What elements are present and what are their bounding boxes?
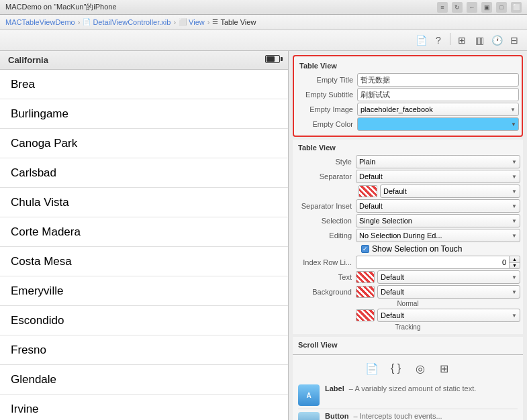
text-row: Text Default ▼ xyxy=(293,270,523,284)
list-item[interactable]: Glendale xyxy=(0,365,288,395)
text-select[interactable]: Default ▼ xyxy=(377,270,520,284)
show-selection-checkbox[interactable]: ✓ xyxy=(361,245,369,253)
index-row-limit-input-wrap: ▲ ▼ xyxy=(356,256,520,269)
list-items: Brea Burlingame Canoga Park Carlsbad Chu… xyxy=(0,70,288,420)
layout3-icon[interactable]: ⬜ xyxy=(511,2,522,13)
stepper-up-button[interactable]: ▲ xyxy=(510,256,520,263)
text-stripe-icon xyxy=(356,271,375,283)
palette-braces-icon[interactable]: { } xyxy=(387,359,405,378)
label-name-text: Label xyxy=(325,384,344,392)
normal-select-arrow: ▼ xyxy=(512,313,517,319)
separator-inset-arrow: ▼ xyxy=(512,203,517,209)
list-item[interactable]: Brea xyxy=(0,70,288,99)
background-select[interactable]: Default ▼ xyxy=(377,285,520,299)
empty-image-select[interactable]: placeholder_facebook ▼ xyxy=(357,103,519,116)
label-object-text: Label – A variably sized amount of stati… xyxy=(325,384,476,392)
list-item[interactable]: Corte Madera xyxy=(0,217,288,247)
toolbar-help-icon[interactable]: ? xyxy=(431,33,446,48)
style-row: Style Plain ▼ xyxy=(293,154,523,169)
battery-indicator xyxy=(265,55,280,65)
editing-row: Editing No Selection During Ed... ▼ xyxy=(293,228,523,243)
back-icon[interactable]: ← xyxy=(467,2,477,13)
inspector: Table View Empty Title Empty Subtitle Em… xyxy=(289,51,527,420)
separator-dropdown: Default ▼ xyxy=(356,170,520,183)
color-swatch-arrow-icon: ▼ xyxy=(511,121,516,127)
list-item[interactable]: Irvine xyxy=(0,395,288,420)
style-label: Style xyxy=(295,158,356,166)
separator-row: Separator Default ▼ xyxy=(293,169,523,184)
scroll-view-title: Scroll View xyxy=(293,339,523,352)
breadcrumb-item-2[interactable]: 📄 DetailViewController.xib xyxy=(83,18,171,26)
palette-grid-icon[interactable]: ⊞ xyxy=(435,359,454,378)
toolbar-grid-icon[interactable]: ⊟ xyxy=(507,33,522,48)
list-item[interactable]: Escondido xyxy=(0,306,288,335)
refresh-icon[interactable]: ↻ xyxy=(452,2,463,13)
separator-label: Separator xyxy=(295,172,356,180)
layout1-icon[interactable]: ▣ xyxy=(481,2,492,13)
toolbar-doc-icon[interactable]: 📄 xyxy=(414,33,428,48)
table-view-section-title: Table View xyxy=(294,60,522,72)
empty-title-input[interactable] xyxy=(357,73,519,87)
breadcrumb-item-3[interactable]: ⬜ View xyxy=(179,18,205,26)
separator-style-value: Default ▼ xyxy=(358,185,520,198)
selection-label: Selection xyxy=(295,217,356,225)
separator-inset-label: Separator Inset xyxy=(295,202,356,210)
editing-value: No Selection During Ed... xyxy=(359,231,442,240)
list-item[interactable]: Burlingame xyxy=(0,99,288,129)
index-row-input[interactable] xyxy=(356,256,510,269)
separator-style-select[interactable]: Default ▼ xyxy=(380,185,520,198)
label-object-name: Label – A variably sized amount of stati… xyxy=(325,384,476,392)
normal-select[interactable]: Default ▼ xyxy=(377,309,520,322)
list-item[interactable]: Fresno xyxy=(0,335,288,365)
background-stripe-icon xyxy=(356,286,375,298)
breadcrumb-sep-2: › xyxy=(173,18,176,26)
breadcrumb: MACTableViewDemo › 📄 DetailViewControlle… xyxy=(0,15,527,30)
toolbar-history-icon[interactable]: 🕐 xyxy=(489,33,504,48)
toolbar-media-icon[interactable]: ▥ xyxy=(472,33,487,48)
selection-select[interactable]: Single Selection ▼ xyxy=(356,214,520,227)
list-item[interactable]: Carlsbad xyxy=(0,158,288,188)
stepper-down-button[interactable]: ▼ xyxy=(510,263,520,269)
selection-row: Selection Single Selection ▼ xyxy=(293,213,523,228)
table-icon: ☰ xyxy=(212,18,218,25)
empty-title-row: Empty Title xyxy=(294,72,522,87)
editing-select[interactable]: No Selection During Ed... ▼ xyxy=(356,229,520,242)
label-desc-text: – A variably sized amount of static text… xyxy=(349,384,477,392)
button-desc-text: – Intercepts touch events... xyxy=(354,412,442,420)
palette-circle-icon[interactable]: ◎ xyxy=(411,359,430,378)
separator-inset-select[interactable]: Default ▼ xyxy=(356,199,520,213)
selection-arrow: ▼ xyxy=(512,218,517,224)
toolbar-obj-icon[interactable]: ⊞ xyxy=(454,33,469,48)
palette-doc-icon[interactable]: 📄 xyxy=(363,359,381,378)
separator-inset-row: Separator Inset Default ▼ xyxy=(293,199,523,213)
table-view-props-title: Table View xyxy=(293,142,523,154)
lines-icon[interactable]: ≡ xyxy=(437,2,448,13)
layout2-icon[interactable]: □ xyxy=(496,2,507,13)
separator-dropdown-arrow: ▼ xyxy=(512,174,517,180)
label-object-icon: A xyxy=(298,384,320,406)
show-selection-row: ✓ Show Selection on Touch xyxy=(293,243,523,255)
empty-subtitle-input[interactable] xyxy=(357,88,519,101)
normal-default-value: Default ▼ xyxy=(356,309,520,322)
separator-select[interactable]: Default ▼ xyxy=(356,170,520,183)
object-palette: 📄 { } ◎ ⊞ A Label – A variably sized amo… xyxy=(293,354,523,420)
breadcrumb-item-4[interactable]: ☰ Table View xyxy=(212,18,256,26)
text-label: Text xyxy=(295,273,356,281)
list-item[interactable]: Costa Mesa xyxy=(0,247,288,276)
button-object-item: BTN Button – Intercepts touch events... xyxy=(298,409,518,420)
background-select-value: Default xyxy=(381,288,404,296)
xib-icon: 📄 xyxy=(83,18,91,25)
list-item[interactable]: Canoga Park xyxy=(0,129,288,158)
background-label: Background xyxy=(295,288,356,296)
style-select[interactable]: Plain ▼ xyxy=(356,155,520,168)
show-selection-label: Show Selection on Touch xyxy=(372,244,463,254)
empty-color-swatch[interactable]: ▼ xyxy=(357,117,519,131)
empty-color-label: Empty Color xyxy=(297,120,357,128)
breadcrumb-item-1[interactable]: MACTableViewDemo xyxy=(5,18,75,26)
separator-inset-dropdown: Default ▼ xyxy=(356,199,520,213)
text-select-arrow: ▼ xyxy=(512,274,517,280)
list-item[interactable]: Chula Vista xyxy=(0,188,288,217)
list-item[interactable]: Emeryville xyxy=(0,276,288,306)
selection-dropdown: Single Selection ▼ xyxy=(356,214,520,227)
empty-image-dropdown: placeholder_facebook ▼ xyxy=(357,103,519,116)
